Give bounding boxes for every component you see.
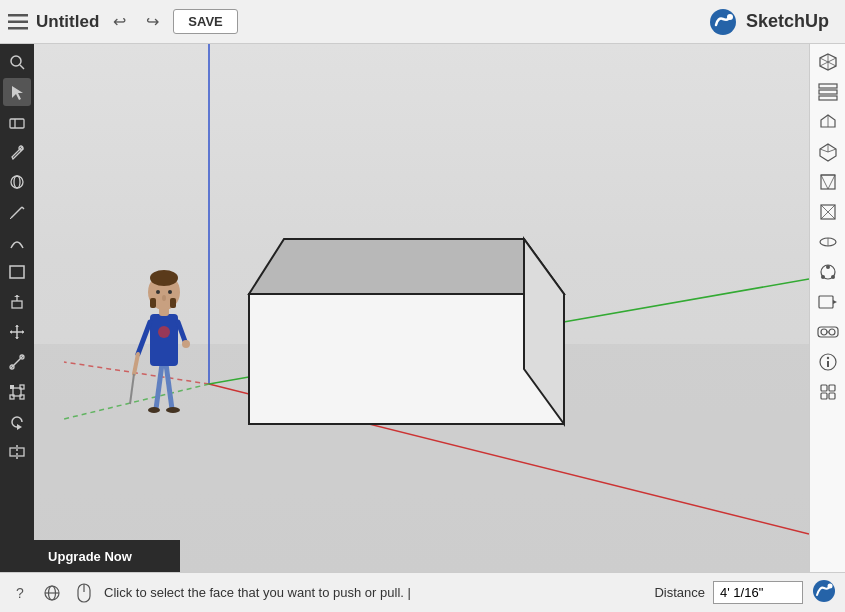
rotate-tool[interactable] <box>3 408 31 436</box>
rectangle-tool[interactable] <box>3 258 31 286</box>
status-message: Click to select the face that you want t… <box>104 585 646 600</box>
svg-rect-30 <box>10 385 14 389</box>
svg-point-49 <box>148 407 160 413</box>
svg-point-94 <box>829 329 835 335</box>
svg-point-98 <box>826 357 828 359</box>
svg-rect-16 <box>10 266 24 278</box>
svg-point-108 <box>813 580 835 602</box>
move-tool[interactable] <box>3 318 31 346</box>
svg-marker-80 <box>821 175 835 189</box>
arc-tool[interactable] <box>3 228 31 256</box>
right-toolbar <box>809 44 845 572</box>
svg-point-89 <box>831 275 835 279</box>
canvas-area[interactable] <box>34 44 809 572</box>
parallel-projection-icon[interactable] <box>814 78 842 106</box>
help-icon[interactable]: ? <box>8 581 32 605</box>
redo-button[interactable]: ↪ <box>140 8 165 35</box>
save-button[interactable]: SAVE <box>173 9 237 34</box>
svg-marker-24 <box>10 330 12 334</box>
left-toolbar <box>0 44 34 572</box>
svg-rect-90 <box>819 296 833 308</box>
search-tool[interactable] <box>3 48 31 76</box>
select-tool[interactable] <box>3 78 31 106</box>
info-icon[interactable] <box>814 348 842 376</box>
erase-tool[interactable] <box>3 108 31 136</box>
svg-rect-1 <box>8 20 28 23</box>
back-view-icon[interactable] <box>814 198 842 226</box>
svg-point-88 <box>821 275 825 279</box>
svg-line-13 <box>11 207 22 218</box>
svg-marker-7 <box>12 86 23 100</box>
svg-rect-31 <box>20 385 24 389</box>
title-area: Untitled ↩ ↪ SAVE <box>36 8 238 35</box>
svg-rect-2 <box>8 27 28 30</box>
upgrade-banner[interactable]: Upgrade Now <box>0 540 180 572</box>
svg-rect-72 <box>819 96 837 100</box>
svg-marker-22 <box>15 325 19 327</box>
svg-rect-62 <box>170 298 176 308</box>
svg-rect-32 <box>10 395 14 399</box>
svg-point-63 <box>156 290 160 294</box>
sketchup-bottom-icon <box>811 578 837 608</box>
svg-rect-8 <box>10 119 24 128</box>
svg-marker-25 <box>22 330 24 334</box>
section-tool[interactable] <box>3 438 31 466</box>
svg-point-64 <box>168 290 172 294</box>
svg-marker-91 <box>833 300 837 304</box>
svg-point-50 <box>166 407 180 413</box>
svg-rect-17 <box>12 301 22 308</box>
svg-rect-0 <box>8 14 28 17</box>
svg-point-109 <box>828 583 833 588</box>
svg-point-65 <box>162 295 166 301</box>
tape-tool[interactable] <box>3 348 31 376</box>
svg-rect-61 <box>150 298 156 308</box>
distance-input[interactable] <box>713 581 803 604</box>
orbit-tool[interactable] <box>3 168 31 196</box>
svg-line-78 <box>828 149 836 152</box>
svg-rect-79 <box>821 175 835 189</box>
svg-point-93 <box>821 329 827 335</box>
svg-line-15 <box>10 218 11 219</box>
svg-line-26 <box>11 356 23 368</box>
menu-icon[interactable] <box>0 0 36 44</box>
pencil-tool[interactable] <box>3 198 31 226</box>
svg-line-6 <box>20 65 24 69</box>
perspective-icon[interactable] <box>814 108 842 136</box>
status-bar: ? Click to select the face that you want… <box>0 572 845 612</box>
svg-line-77 <box>820 149 828 152</box>
styles-icon[interactable] <box>814 258 842 286</box>
distance-label: Distance <box>654 585 705 600</box>
svg-point-60 <box>150 270 178 286</box>
upgrade-text: Upgrade Now <box>48 549 132 564</box>
svg-rect-71 <box>819 90 837 94</box>
extensions-icon[interactable] <box>814 378 842 406</box>
svg-point-52 <box>158 326 170 338</box>
top-view-icon[interactable] <box>814 228 842 256</box>
svg-rect-51 <box>150 314 178 366</box>
iso-view-icon[interactable] <box>814 138 842 166</box>
undo-button[interactable]: ↩ <box>107 8 132 35</box>
svg-rect-99 <box>821 385 827 391</box>
mouse-icon[interactable] <box>72 581 96 605</box>
sketchup-logo-icon <box>708 7 738 37</box>
svg-point-3 <box>710 9 736 35</box>
push-pull-tool[interactable] <box>3 288 31 316</box>
views-cube-icon[interactable] <box>814 48 842 76</box>
svg-marker-45 <box>249 239 564 294</box>
logo-area: SketchUp <box>708 7 829 37</box>
svg-marker-44 <box>249 294 564 424</box>
svg-marker-19 <box>14 295 20 297</box>
paint-tool[interactable] <box>3 138 31 166</box>
vr-goggles-icon[interactable] <box>814 318 842 346</box>
header: Untitled ↩ ↪ SAVE SketchUp <box>0 0 845 44</box>
front-view-icon[interactable] <box>814 168 842 196</box>
scenes-icon[interactable] <box>814 288 842 316</box>
svg-point-11 <box>11 176 23 188</box>
scale-tool[interactable] <box>3 378 31 406</box>
svg-point-12 <box>14 176 20 188</box>
svg-marker-34 <box>17 424 22 430</box>
svg-rect-70 <box>819 84 837 88</box>
globe-icon[interactable] <box>40 581 64 605</box>
svg-marker-23 <box>15 337 19 339</box>
svg-rect-33 <box>20 395 24 399</box>
